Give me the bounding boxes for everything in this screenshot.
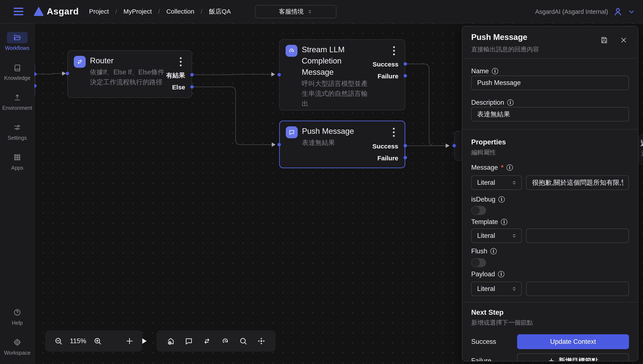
environment-select[interactable]: 客服情境: [255, 5, 336, 18]
close-icon[interactable]: [620, 36, 628, 44]
zoom-in-button[interactable]: [94, 337, 102, 345]
sidebar-item-settings[interactable]: Settings: [0, 122, 35, 141]
add-failure-target-button[interactable]: 新增目標節點: [517, 354, 629, 362]
brand-name: Asgard: [47, 6, 79, 16]
sliders-icon: [7, 122, 28, 133]
template-value-input[interactable]: [526, 228, 629, 243]
output-port-label: Failure: [377, 154, 398, 162]
chevron-updown-icon: [511, 286, 517, 292]
search-button[interactable]: [239, 337, 247, 345]
success-target-button[interactable]: Update Context: [517, 334, 629, 349]
add-message-node-button[interactable]: [185, 337, 193, 345]
info-icon[interactable]: [498, 271, 504, 277]
chevron-updown-icon: [307, 9, 313, 14]
user-icon: [613, 7, 622, 16]
isdebug-field-label: isDebug: [471, 196, 629, 204]
next-step-title: Next Step: [471, 308, 629, 316]
info-icon[interactable]: [507, 100, 514, 106]
info-icon[interactable]: [492, 68, 498, 74]
sidebar-item-environment[interactable]: Environment: [0, 92, 35, 111]
panel-divider: [462, 129, 638, 130]
next-step-subtitle: 新增或選擇下一個節點: [471, 318, 629, 327]
flush-field-label: Flush: [471, 247, 629, 255]
node-menu-kebab-icon[interactable]: [179, 56, 182, 67]
message-value-input[interactable]: [526, 176, 629, 190]
zoom-out-button[interactable]: [54, 337, 63, 345]
gear-icon: [7, 336, 28, 348]
chevron-down-icon: [628, 8, 635, 16]
node-detail-panel: Push Message 直接輸出訊息的回應內容 Name Descriptio…: [462, 26, 638, 362]
message-field-label: Message*: [471, 164, 629, 172]
router-icon: [74, 56, 86, 68]
run-workflow-button[interactable]: [140, 337, 148, 345]
zoom-toolbar: 115%: [45, 330, 142, 352]
add-home-node-button[interactable]: [167, 337, 175, 345]
template-field-label: Template: [471, 218, 629, 226]
node-title: Push Message: [302, 126, 391, 137]
node-clipped-right[interactable]: 返 返: [639, 135, 643, 165]
description-input[interactable]: [471, 107, 629, 122]
node-description: 呼叫大型語言模型並產生串流式的自然語言輸出: [302, 78, 372, 108]
message-mode-select[interactable]: Literal: [471, 176, 522, 190]
zoom-level-value[interactable]: 115%: [69, 337, 87, 345]
add-button[interactable]: [125, 337, 134, 345]
output-port-label: Success: [372, 61, 398, 68]
sidebar-item-knowledge[interactable]: Knowledge: [0, 62, 35, 81]
node-router[interactable]: Router 依據If、Else If、Else條件決定工作流程執行的路徑 有結…: [67, 50, 192, 98]
push-message-icon: [286, 126, 298, 138]
template-mode-select[interactable]: Literal: [471, 228, 522, 243]
account-label: AsgardAI (Asgard Internal): [535, 8, 608, 15]
breadcrumb-project[interactable]: Project: [89, 8, 109, 15]
breadcrumb-myproject[interactable]: MyProject: [123, 8, 152, 15]
account-menu[interactable]: AsgardAI (Asgard Internal): [535, 0, 635, 23]
sidebar-item-apps[interactable]: Apps: [0, 152, 35, 171]
chevron-updown-icon: [511, 233, 517, 239]
info-icon[interactable]: [507, 164, 513, 171]
sidebar-item-workflows[interactable]: Workflows: [0, 32, 35, 51]
info-icon[interactable]: [501, 219, 507, 225]
sidebar: Workflows Knowledge Environment Settings: [0, 23, 35, 364]
info-icon[interactable]: [490, 248, 497, 254]
folder-icon: [7, 32, 28, 43]
output-port-label: Success: [372, 143, 398, 150]
sidebar-item-help[interactable]: Help: [0, 307, 35, 326]
panel-subtitle: 直接輸出訊息的回應內容: [471, 45, 629, 54]
save-icon[interactable]: [600, 36, 608, 44]
topbar: Asgard Project / MyProject / Collection …: [0, 0, 643, 23]
node-palette-toolbar: [156, 330, 276, 352]
node-title: 返: [640, 138, 643, 148]
menu-hamburger-icon[interactable]: [14, 8, 23, 15]
book-icon: [7, 62, 28, 73]
output-port-label: Failure: [378, 73, 398, 80]
breadcrumb-workflow[interactable]: 飯店QA: [209, 7, 231, 16]
node-description: 依據If、Else If、Else條件決定工作流程執行的路徑: [90, 67, 169, 87]
node-stream-llm[interactable]: Stream LLM Completion Message 呼叫大型語言模型並產…: [279, 39, 405, 110]
isdebug-toggle[interactable]: [471, 206, 486, 215]
breadcrumb: Project / MyProject / Collection / 飯店QA: [89, 7, 231, 16]
node-description: 返: [641, 149, 643, 158]
panel-divider: [462, 302, 638, 302]
upload-icon: [7, 92, 28, 103]
app-root: Router 依據If、Else If、Else條件決定工作流程執行的路徑 有結…: [0, 0, 643, 364]
move-pan-button[interactable]: [257, 337, 265, 345]
node-menu-kebab-icon[interactable]: [392, 45, 395, 56]
payload-mode-select[interactable]: Literal: [471, 282, 522, 296]
add-llm-node-button[interactable]: [221, 337, 229, 345]
help-circle-icon: [7, 307, 28, 318]
add-router-node-button[interactable]: [203, 337, 211, 345]
node-push-message[interactable]: Push Message 表達無結果 Success Failure: [279, 121, 405, 168]
flush-toggle[interactable]: [471, 258, 486, 267]
breadcrumb-collection[interactable]: Collection: [166, 8, 194, 15]
brand-logo[interactable]: Asgard: [34, 6, 79, 16]
sidebar-item-workspace[interactable]: Workspace: [0, 336, 35, 356]
failure-branch-label: Failure: [471, 357, 517, 362]
name-input[interactable]: [471, 76, 629, 90]
properties-subtitle: 編輯屬性: [471, 148, 629, 157]
info-icon[interactable]: [498, 196, 505, 202]
name-field-label: Name: [471, 67, 629, 75]
node-title: Stream LLM Completion Message: [302, 44, 355, 78]
payload-value-input[interactable]: [526, 282, 629, 296]
description-field-label: Description: [471, 98, 629, 106]
node-title: Router: [90, 55, 175, 66]
node-menu-kebab-icon[interactable]: [392, 127, 395, 138]
